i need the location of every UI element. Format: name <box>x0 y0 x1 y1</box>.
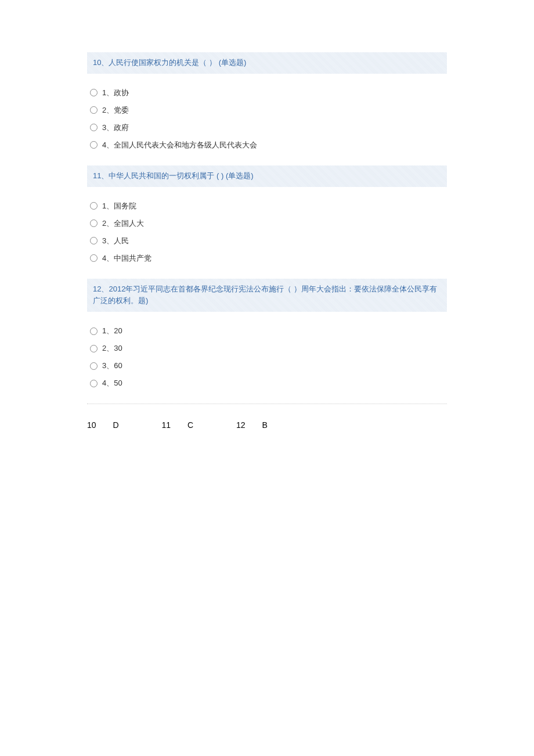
answer-letter: B <box>262 420 267 430</box>
option-label: 3、60 <box>102 361 122 371</box>
answer-number: 11 <box>161 420 171 430</box>
answer-pair: 11 C <box>161 420 193 430</box>
option-label: 2、30 <box>102 343 122 354</box>
option-item[interactable]: 2、30 <box>90 340 447 357</box>
option-label: 1、政协 <box>102 88 129 98</box>
option-item[interactable]: 4、50 <box>90 375 447 392</box>
radio-icon[interactable] <box>90 327 98 335</box>
answer-letter: D <box>113 420 118 430</box>
option-item[interactable]: 1、国务院 <box>90 197 447 215</box>
answer-letter: C <box>187 420 193 430</box>
option-item[interactable]: 2、全国人大 <box>90 215 447 232</box>
divider <box>87 404 447 404</box>
question-options-12: 1、20 2、30 3、60 4、50 <box>87 322 447 392</box>
option-label: 1、20 <box>102 326 122 336</box>
option-item[interactable]: 3、人民 <box>90 232 447 250</box>
option-label: 1、国务院 <box>102 201 136 211</box>
option-item[interactable]: 2、党委 <box>90 102 447 119</box>
option-label: 2、全国人大 <box>102 218 144 229</box>
question-options-11: 1、国务院 2、全国人大 3、人民 4、中国共产党 <box>87 197 447 267</box>
option-label: 2、党委 <box>102 105 129 116</box>
option-label: 3、人民 <box>102 236 129 246</box>
option-label: 4、50 <box>102 378 122 388</box>
radio-icon[interactable] <box>90 237 98 244</box>
radio-icon[interactable] <box>90 219 98 227</box>
answer-pair: 10 D <box>87 420 119 430</box>
question-header-12: 12、2012年习近平同志在首都各界纪念现行宪法公布施行（ ）周年大会指出：要依… <box>87 279 447 312</box>
radio-icon[interactable] <box>90 89 98 96</box>
question-header-11: 11、中华人民共和国的一切权利属于 ( ) (单选题) <box>87 165 447 187</box>
option-label: 4、全国人民代表大会和地方各级人民代表大会 <box>102 140 257 150</box>
option-item[interactable]: 4、全国人民代表大会和地方各级人民代表大会 <box>90 136 447 154</box>
option-item[interactable]: 1、20 <box>90 322 447 340</box>
radio-icon[interactable] <box>90 141 98 149</box>
question-header-10: 10、人民行使国家权力的机关是（ ） (单选题) <box>87 52 447 74</box>
answers-row: 10 D 11 C 12 B <box>87 415 447 435</box>
radio-icon[interactable] <box>90 380 98 387</box>
option-item[interactable]: 4、中国共产党 <box>90 250 447 267</box>
answer-pair: 12 B <box>236 420 268 430</box>
radio-icon[interactable] <box>90 362 98 370</box>
option-item[interactable]: 3、60 <box>90 357 447 375</box>
option-label: 4、中国共产党 <box>102 253 151 264</box>
radio-icon[interactable] <box>90 345 98 352</box>
radio-icon[interactable] <box>90 254 98 262</box>
question-options-10: 1、政协 2、党委 3、政府 4、全国人民代表大会和地方各级人民代表大会 <box>87 84 447 154</box>
answer-number: 10 <box>87 420 96 430</box>
radio-icon[interactable] <box>90 202 98 210</box>
option-label: 3、政府 <box>102 123 129 133</box>
radio-icon[interactable] <box>90 106 98 114</box>
option-item[interactable]: 1、政协 <box>90 84 447 102</box>
radio-icon[interactable] <box>90 124 98 131</box>
answer-number: 12 <box>236 420 246 430</box>
option-item[interactable]: 3、政府 <box>90 119 447 136</box>
